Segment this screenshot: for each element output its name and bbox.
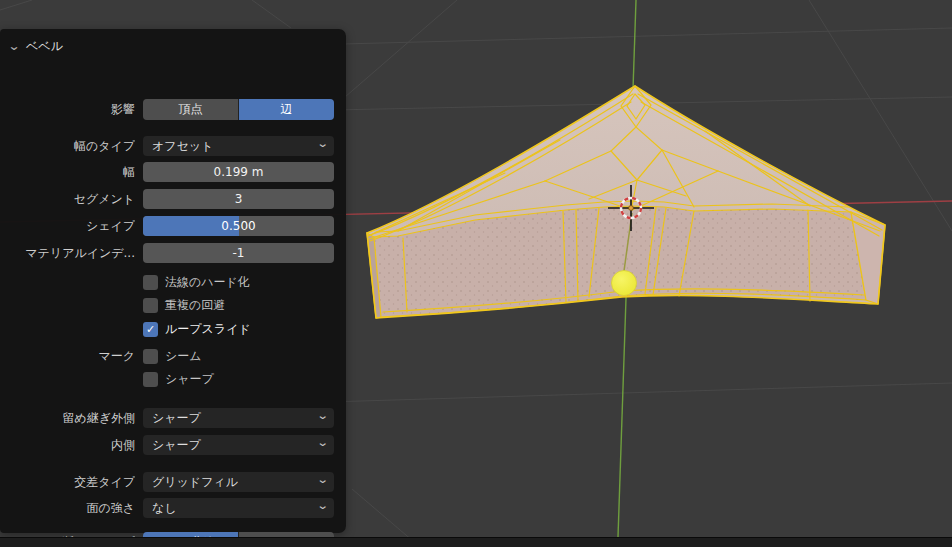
affect-option-vertices[interactable]: 頂点 <box>143 99 238 120</box>
miter-inner-dropdown[interactable]: シャープ ⌄ <box>143 435 334 455</box>
clamp-overlap-checkbox[interactable] <box>143 298 158 313</box>
chevron-down-icon: ⌄ <box>316 473 328 486</box>
shape-slider[interactable]: 0.500 <box>143 216 334 236</box>
material-index-value: -1 <box>233 246 245 260</box>
affect-label: 影響 <box>0 99 135 120</box>
segments-value: 3 <box>235 192 243 206</box>
collapse-chevron-icon[interactable]: ⌄ <box>7 41 20 51</box>
intersection-type-dropdown[interactable]: グリッドフィル ⌄ <box>143 472 334 492</box>
segments-field[interactable]: 3 <box>143 189 334 209</box>
mark-seam-checkbox[interactable] <box>143 349 158 364</box>
affect-segmented-control: 頂点 辺 <box>143 99 334 120</box>
material-index-label: マテリアルインデ... <box>0 243 135 263</box>
width-type-dropdown[interactable]: オフセット ⌄ <box>143 136 334 156</box>
material-index-field[interactable]: -1 <box>143 243 334 263</box>
panel-header[interactable]: ⌄ ベベル <box>9 38 63 54</box>
face-strength-label: 面の強さ <box>0 498 135 518</box>
mark-sharp-label: シャープ <box>165 372 214 387</box>
mark-label: マーク <box>0 349 135 364</box>
clamp-overlap-label: 重複の回避 <box>165 298 225 313</box>
intersection-type-value: グリッドフィル <box>152 474 238 491</box>
miter-outer-value: シャープ <box>152 410 201 427</box>
panel-title: ベベル <box>26 38 63 55</box>
miter-outer-label: 留め継ぎ外側 <box>0 408 135 428</box>
shape-label: シェイプ <box>0 216 135 236</box>
chevron-down-icon: ⌄ <box>316 409 328 422</box>
miter-inner-value: シャープ <box>152 437 201 454</box>
intersection-type-label: 交差タイプ <box>0 472 135 492</box>
width-label: 幅 <box>0 162 135 182</box>
status-bar <box>0 537 952 547</box>
affect-option-edges[interactable]: 辺 <box>239 99 334 120</box>
segments-label: セグメント <box>0 189 135 209</box>
object-origin-dot[interactable] <box>612 271 637 296</box>
shape-value: 0.500 <box>143 216 334 236</box>
chevron-down-icon: ⌄ <box>316 137 328 150</box>
chevron-down-icon: ⌄ <box>316 436 328 449</box>
width-value: 0.199 m <box>214 165 264 179</box>
miter-outer-dropdown[interactable]: シャープ ⌄ <box>143 408 334 428</box>
face-strength-value: なし <box>152 500 177 517</box>
mark-sharp-checkbox[interactable] <box>143 372 158 387</box>
bevel-panel: ⌄ ベベル 影響 頂点 辺 幅のタイプ オフセット ⌄ 幅 0.199 m セグ… <box>0 29 346 533</box>
miter-inner-label: 内側 <box>0 435 135 455</box>
width-field[interactable]: 0.199 m <box>143 162 334 182</box>
width-type-label: 幅のタイプ <box>0 136 135 156</box>
blender-window: { "icons": { "collapse": "⌄", "chevron_d… <box>0 0 952 547</box>
mark-seam-label: シーム <box>165 349 202 364</box>
loop-slide-checkbox[interactable]: ✓ <box>143 322 158 337</box>
width-type-value: オフセット <box>152 138 213 155</box>
chevron-down-icon: ⌄ <box>316 499 328 512</box>
face-strength-dropdown[interactable]: なし ⌄ <box>143 498 334 518</box>
loop-slide-label: ループスライド <box>165 322 251 337</box>
check-icon: ✓ <box>146 324 155 335</box>
harden-normals-label: 法線のハード化 <box>165 275 250 290</box>
harden-normals-checkbox[interactable] <box>143 275 158 290</box>
